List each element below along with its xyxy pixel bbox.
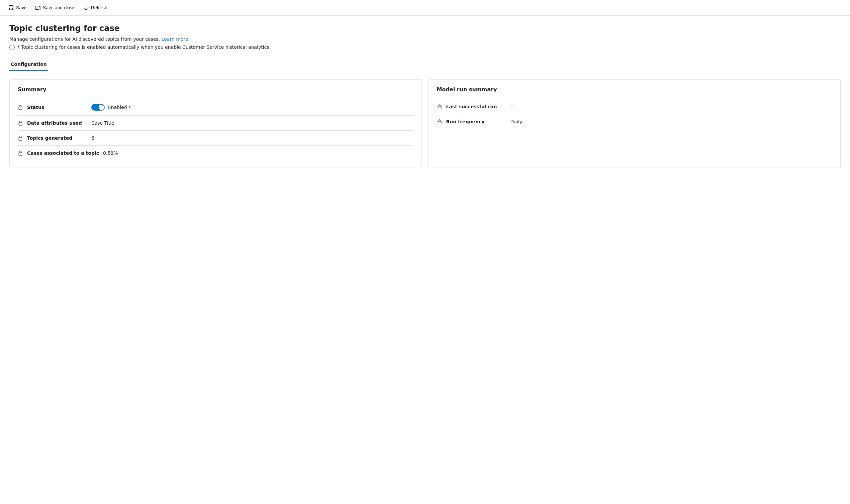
status-toggle-container: Enabled *: [91, 104, 131, 111]
svg-rect-2: [10, 8, 13, 10]
save-close-icon: [35, 5, 41, 11]
page-title: Topic clustering for case: [10, 24, 840, 33]
info-note: i * Topic clustering for cases is enable…: [10, 44, 840, 50]
status-toggle[interactable]: [91, 104, 105, 111]
last-run-lock-icon: [437, 104, 442, 109]
svg-rect-9: [438, 106, 441, 109]
status-lock-icon: [18, 105, 23, 110]
data-attributes-label: Data attributes used: [27, 120, 87, 126]
status-toggle-slider: [91, 104, 105, 111]
status-label: Status: [27, 105, 87, 110]
refresh-label: Refresh: [91, 5, 107, 11]
save-label: Save: [16, 5, 27, 11]
refresh-button[interactable]: Refresh: [80, 3, 110, 12]
data-attributes-lock-icon: [18, 120, 23, 126]
last-run-label: Last successful run: [446, 104, 506, 109]
learn-more-link[interactable]: Learn more: [161, 36, 188, 42]
last-run-field-row: Last successful run --: [437, 99, 833, 114]
topics-generated-field-row: Topics generated 6: [18, 131, 414, 146]
cases-associated-field-row: Cases associated to a topic 0.58%: [18, 146, 414, 160]
svg-rect-6: [19, 123, 22, 125]
toolbar: Save Save and close Refresh: [0, 0, 850, 16]
model-run-card-title: Model run summary: [437, 86, 833, 93]
topics-generated-value: 6: [91, 136, 94, 141]
summary-card: Summary Status Enabled *: [10, 79, 422, 167]
run-frequency-label: Run frequency: [446, 119, 506, 124]
summary-card-title: Summary: [18, 86, 414, 93]
svg-rect-10: [438, 121, 441, 124]
refresh-icon: [83, 5, 89, 11]
save-close-label: Save and close: [43, 5, 75, 11]
page-description: Manage configurations for AI discovered …: [10, 36, 840, 42]
cases-associated-label: Cases associated to a topic: [27, 150, 99, 156]
save-icon: [8, 5, 14, 11]
run-frequency-field-row: Run frequency Daily: [437, 114, 833, 129]
tabs: Configuration: [10, 58, 840, 71]
save-button[interactable]: Save: [5, 3, 30, 12]
save-close-button[interactable]: Save and close: [32, 3, 77, 12]
topics-generated-label: Topics generated: [27, 136, 87, 141]
page-content: Topic clustering for case Manage configu…: [0, 16, 850, 176]
model-run-card: Model run summary Last successful run --…: [429, 79, 841, 167]
description-text: Manage configurations for AI discovered …: [10, 36, 160, 42]
cards-container: Summary Status Enabled *: [10, 79, 840, 167]
status-toggle-label: Enabled *: [108, 105, 131, 110]
status-field-row: Status Enabled *: [18, 99, 414, 115]
svg-rect-7: [19, 138, 22, 140]
run-frequency-value: Daily: [510, 119, 522, 124]
topics-lock-icon: [18, 136, 23, 141]
data-attributes-field-row: Data attributes used Case Title: [18, 115, 414, 131]
run-frequency-lock-icon: [437, 119, 442, 124]
svg-rect-5: [19, 107, 22, 110]
last-run-value: --: [510, 104, 514, 109]
svg-rect-1: [10, 6, 12, 7]
data-attributes-value: Case Title: [91, 120, 115, 126]
cases-associated-value: 0.58%: [103, 150, 118, 156]
cases-lock-icon: [18, 150, 23, 156]
info-icon: i: [10, 45, 15, 50]
info-note-text: * Topic clustering for cases is enabled …: [17, 44, 271, 50]
tab-configuration[interactable]: Configuration: [10, 58, 48, 71]
svg-rect-8: [19, 153, 22, 156]
